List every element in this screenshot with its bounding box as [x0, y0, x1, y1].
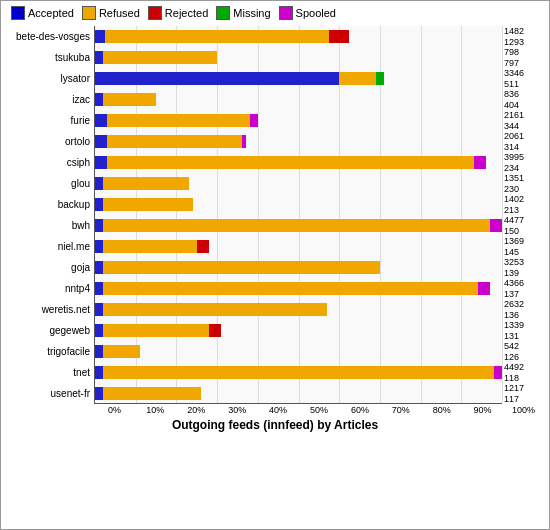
val-label-bwh: 4477150 — [502, 215, 544, 236]
y-label-gegeweb: gegeweb — [6, 320, 94, 341]
val-label-bete-des-vosges: 14821293 — [502, 26, 544, 47]
bar-row — [95, 131, 502, 152]
bar-row — [95, 173, 502, 194]
val-label-glou: 1351230 — [502, 173, 544, 194]
val2: 230 — [504, 184, 544, 194]
bar-refused — [103, 282, 477, 295]
y-label-tnet: tnet — [6, 362, 94, 383]
val2: 1293 — [504, 37, 544, 47]
y-label-usenet-fr: usenet-fr — [6, 383, 94, 404]
legend-item-rejected: Rejected — [148, 6, 208, 20]
bar-accepted — [95, 219, 103, 232]
val-label-tsukuba: 798797 — [502, 47, 544, 68]
val1: 1482 — [504, 26, 544, 36]
val2: 314 — [504, 142, 544, 152]
bar-accepted — [95, 366, 103, 379]
val1: 1217 — [504, 383, 544, 393]
val2: 511 — [504, 79, 544, 89]
bar-accepted — [95, 72, 339, 85]
bar-accepted — [95, 51, 103, 64]
bar-row — [95, 152, 502, 173]
val2: 234 — [504, 163, 544, 173]
y-label-csiph: csiph — [6, 152, 94, 173]
val2: 150 — [504, 226, 544, 236]
y-label-bete-des-vosges: bete-des-vosges — [6, 26, 94, 47]
chart-title: Outgoing feeds (innfeed) by Articles — [6, 418, 544, 432]
val2: 118 — [504, 373, 544, 383]
y-label-lysator: lysator — [6, 68, 94, 89]
legend-item-refused: Refused — [82, 6, 140, 20]
val-label-csiph: 3995234 — [502, 152, 544, 173]
val-label-nntp4: 4366137 — [502, 278, 544, 299]
bar-row — [95, 383, 502, 404]
bar-rejected — [329, 30, 349, 43]
bar-refused — [103, 387, 201, 400]
val2: 137 — [504, 289, 544, 299]
val2: 131 — [504, 331, 544, 341]
y-label-furie: furie — [6, 110, 94, 131]
legend-item-missing: Missing — [216, 6, 270, 20]
val-label-ortolo: 2061314 — [502, 131, 544, 152]
y-label-trigofacile: trigofacile — [6, 341, 94, 362]
val-label-niel.me: 1369145 — [502, 236, 544, 257]
bar-accepted — [95, 240, 103, 253]
val1: 2061 — [504, 131, 544, 141]
val1: 1339 — [504, 320, 544, 330]
val1: 2161 — [504, 110, 544, 120]
bar-accepted — [95, 30, 105, 43]
bar-accepted — [95, 114, 107, 127]
bar-accepted — [95, 387, 103, 400]
legend: AcceptedRefusedRejectedMissingSpooled — [6, 6, 544, 20]
bar-row — [95, 215, 502, 236]
val1: 3253 — [504, 257, 544, 267]
val1: 1351 — [504, 173, 544, 183]
x-tick: 50% — [299, 405, 340, 415]
val-label-furie: 2161344 — [502, 110, 544, 131]
x-tick: 60% — [339, 405, 380, 415]
y-label-backup: backup — [6, 194, 94, 215]
val1: 4492 — [504, 362, 544, 372]
y-label-niel.me: niel.me — [6, 236, 94, 257]
bar-refused — [107, 114, 249, 127]
bar-accepted — [95, 282, 103, 295]
bar-refused — [105, 30, 329, 43]
chart-container: AcceptedRefusedRejectedMissingSpooled be… — [0, 0, 550, 530]
val-label-trigofacile: 542126 — [502, 341, 544, 362]
bar-rejected — [209, 324, 221, 337]
val1: 2632 — [504, 299, 544, 309]
x-tick: 70% — [380, 405, 421, 415]
legend-item-accepted: Accepted — [11, 6, 74, 20]
bar-spooled — [478, 282, 490, 295]
val2: 117 — [504, 394, 544, 404]
bar-accepted — [95, 345, 103, 358]
val1: 836 — [504, 89, 544, 99]
bar-refused — [103, 303, 327, 316]
bar-refused — [103, 240, 197, 253]
bar-refused — [103, 261, 380, 274]
val1: 1402 — [504, 194, 544, 204]
val1: 542 — [504, 341, 544, 351]
bar-refused — [103, 345, 140, 358]
val-label-tnet: 4492118 — [502, 362, 544, 383]
bar-accepted — [95, 156, 107, 169]
bar-row — [95, 89, 502, 110]
y-label-izac: izac — [6, 89, 94, 110]
bar-row — [95, 110, 502, 131]
bar-missing — [376, 72, 384, 85]
val2: 139 — [504, 268, 544, 278]
val1: 1369 — [504, 236, 544, 246]
bar-spooled — [490, 219, 502, 232]
val1: 4366 — [504, 278, 544, 288]
x-tick: 40% — [258, 405, 299, 415]
bar-refused — [339, 72, 376, 85]
bar-row — [95, 320, 502, 341]
val1: 798 — [504, 47, 544, 57]
bar-accepted — [95, 198, 103, 211]
y-label-weretis.net: weretis.net — [6, 299, 94, 320]
val-label-goja: 3253139 — [502, 257, 544, 278]
bar-spooled — [494, 366, 502, 379]
val2: 136 — [504, 310, 544, 320]
val1: 4477 — [504, 215, 544, 225]
bar-refused — [103, 324, 209, 337]
val2: 213 — [504, 205, 544, 215]
